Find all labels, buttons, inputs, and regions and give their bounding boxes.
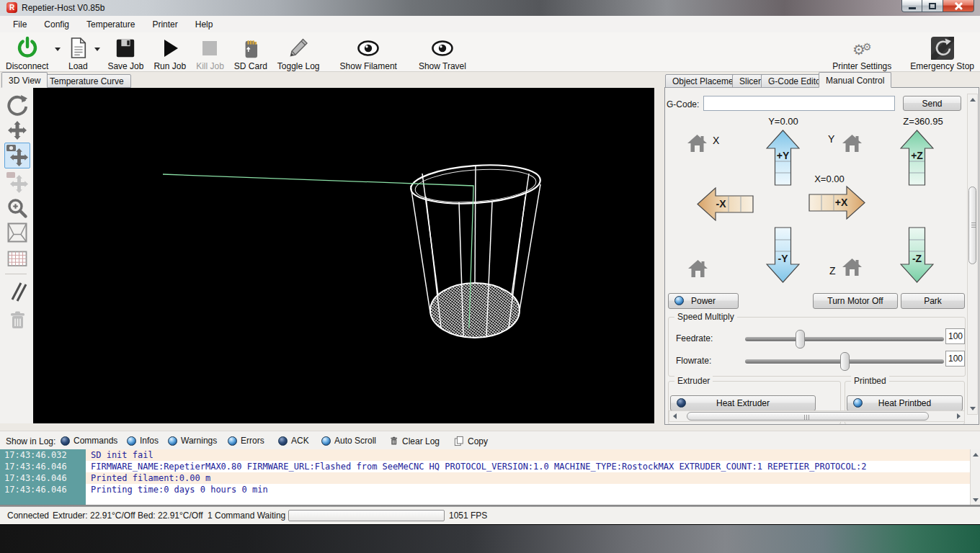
- show-travel-button[interactable]: Show Travel: [419, 35, 466, 71]
- home-icon: [687, 133, 708, 153]
- turn-motor-off-button[interactable]: Turn Motor Off: [813, 293, 898, 309]
- move-y-plus-button[interactable]: +Y: [766, 130, 800, 189]
- sd-card-button[interactable]: SD Card: [234, 35, 267, 71]
- send-button[interactable]: Send: [903, 96, 961, 111]
- power-icon: [16, 35, 39, 60]
- menu-printer[interactable]: Printer: [143, 17, 186, 32]
- top-view-icon[interactable]: [4, 246, 30, 271]
- log-row: FIRMWARE_NAME:RepetierMAX0.80 FIRMWARE_U…: [86, 461, 970, 472]
- maximize-button[interactable]: [922, 0, 943, 12]
- scroll-right-button[interactable]: [953, 411, 964, 421]
- close-button[interactable]: [943, 0, 974, 12]
- move-x-plus-button[interactable]: +X: [808, 186, 865, 222]
- home-z-button[interactable]: [842, 257, 863, 279]
- disconnect-dropdown[interactable]: [54, 35, 61, 61]
- vscrollbar-thumb[interactable]: [968, 186, 976, 264]
- move-view-icon[interactable]: [4, 117, 30, 143]
- move-z-plus-button[interactable]: +Z: [900, 130, 934, 189]
- move-x-minus-button[interactable]: -X: [697, 187, 754, 224]
- 3d-viewport[interactable]: [33, 88, 654, 423]
- toggle-warnings[interactable]: Warnings: [168, 436, 217, 446]
- home-icon: [842, 257, 863, 276]
- desktop: R Repetier-Host V0.85b File Config Tempe…: [0, 0, 980, 553]
- clear-log-button[interactable]: Clear Log: [389, 436, 440, 446]
- log-vscrollbar[interactable]: [970, 449, 980, 505]
- printer-settings-button[interactable]: ⚙⚙ Printer Settings: [832, 35, 891, 71]
- toggle-auto-scroll[interactable]: Auto Scroll: [321, 436, 376, 446]
- feedrate-label: Feedrate:: [676, 333, 713, 343]
- speed-multiply-group: Speed Multiply Feedrate: 100 Flowrate: 1…: [668, 317, 966, 377]
- menu-file[interactable]: File: [4, 17, 35, 32]
- heat-extruder-button[interactable]: Heat Extruder: [670, 395, 816, 411]
- load-button[interactable]: Load: [68, 35, 88, 71]
- trash-icon: [389, 436, 398, 446]
- copy-button[interactable]: Copy: [454, 436, 488, 446]
- maximize-icon: [929, 3, 936, 9]
- eye-icon: [356, 35, 380, 60]
- hscrollbar-thumb[interactable]: [687, 412, 929, 421]
- move-object-icon: [4, 169, 30, 195]
- move-z-minus-button[interactable]: -Z: [900, 227, 934, 286]
- home-y-button[interactable]: [842, 133, 863, 156]
- led-icon: [228, 436, 237, 446]
- power-button[interactable]: Power: [668, 293, 739, 309]
- close-icon: [954, 1, 963, 11]
- feedrate-slider-thumb[interactable]: [796, 330, 805, 349]
- move-y-minus-button[interactable]: -Y: [766, 227, 800, 286]
- gcode-input[interactable]: [703, 96, 895, 111]
- flowrate-slider-thumb[interactable]: [840, 352, 850, 371]
- progress-bar: [288, 510, 445, 521]
- scroll-down-button[interactable]: [968, 403, 977, 414]
- menu-help[interactable]: Help: [187, 17, 222, 32]
- scroll-up-button[interactable]: [971, 450, 980, 459]
- travel-path-line: [163, 174, 473, 328]
- toggle-ack[interactable]: ACK: [278, 436, 309, 446]
- disconnect-button[interactable]: Disconnect: [6, 35, 48, 71]
- panel-vscrollbar[interactable]: [967, 94, 978, 415]
- save-job-button[interactable]: Save Job: [107, 35, 143, 71]
- pencil-icon: [288, 35, 309, 60]
- toggle-log-button[interactable]: Toggle Log: [277, 35, 320, 71]
- eye-icon: [430, 35, 455, 60]
- speed-multiply-title: Speed Multiply: [674, 312, 737, 322]
- tab-manual-control[interactable]: Manual Control: [819, 72, 891, 88]
- show-filament-button[interactable]: Show Filament: [340, 35, 397, 71]
- emergency-stop-icon: [930, 35, 955, 60]
- show-in-log-label: Show in Log:: [6, 436, 55, 446]
- emergency-stop-button[interactable]: Emergency Stop: [910, 35, 974, 71]
- scroll-up-button[interactable]: [968, 94, 977, 105]
- stop-square-icon: [200, 35, 219, 60]
- perspective-view-icon[interactable]: [4, 220, 30, 246]
- scroll-left-button[interactable]: [669, 411, 680, 421]
- panel-hscrollbar[interactable]: [669, 410, 965, 422]
- zoom-icon[interactable]: [4, 195, 30, 221]
- minimize-button[interactable]: [901, 0, 922, 12]
- run-job-button[interactable]: Run Job: [153, 35, 186, 71]
- toggle-infos[interactable]: Infos: [127, 436, 159, 446]
- home-x-button[interactable]: [687, 133, 708, 156]
- toggle-errors[interactable]: Errors: [228, 436, 264, 446]
- app-icon: R: [6, 2, 17, 13]
- tab-temperature-curve[interactable]: Temperature Curve: [43, 74, 131, 88]
- log-row: SD init fail: [86, 449, 970, 461]
- menu-config[interactable]: Config: [35, 17, 78, 32]
- scroll-down-button[interactable]: [971, 495, 980, 504]
- log-output[interactable]: SD init fail FIRMWARE_NAME:RepetierMAX0.…: [0, 449, 970, 505]
- feedrate-slider-track[interactable]: [745, 337, 944, 341]
- move-camera-icon[interactable]: [4, 143, 30, 168]
- parallel-projection-icon[interactable]: [4, 278, 30, 304]
- heat-printbed-button[interactable]: Heat Printbed: [847, 395, 963, 411]
- home-all-button[interactable]: [687, 258, 708, 281]
- load-dropdown[interactable]: [94, 35, 100, 61]
- kill-job-button: Kill Job: [196, 35, 224, 71]
- gears-icon: ⚙⚙: [852, 35, 872, 60]
- taskbar: e R ∞: [0, 524, 980, 553]
- toggle-commands[interactable]: Commands: [61, 436, 117, 446]
- rotate-view-icon[interactable]: [4, 92, 30, 118]
- log-timestamp: 17:43:46.046: [4, 484, 67, 495]
- park-button[interactable]: Park: [901, 293, 965, 309]
- led-icon: [278, 436, 288, 446]
- tab-3d-view[interactable]: 3D View: [1, 72, 48, 88]
- flowrate-value: 100: [945, 351, 965, 367]
- menu-temperature[interactable]: Temperature: [78, 17, 143, 32]
